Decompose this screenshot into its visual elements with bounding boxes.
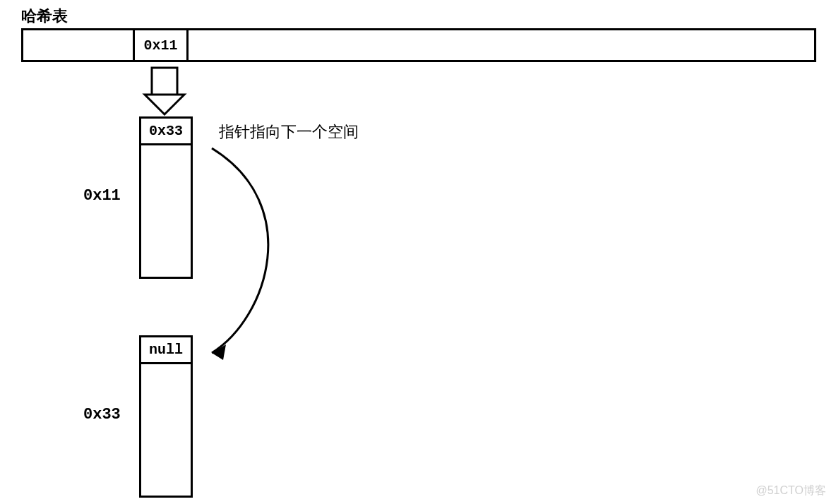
annotation-text: 指针指向下一个空间 [219,121,359,143]
node-2-pointer: null [141,337,191,364]
svg-marker-2 [145,95,184,114]
node-1-address-label: 0x11 [83,187,121,205]
hash-slot-empty [23,30,135,60]
svg-rect-1 [154,93,175,99]
hash-slot-filled: 0x11 [135,30,189,60]
node-2: null [139,335,193,498]
arrows-overlay [0,0,836,504]
svg-marker-3 [212,344,226,360]
arrow-node1-to-node2 [212,148,268,360]
watermark: @51CTO博客 [756,484,826,498]
hash-slot-rest [189,30,814,60]
node-1-pointer: 0x33 [141,119,191,145]
hash-table: 0x11 [21,28,816,62]
svg-rect-0 [152,68,177,96]
diagram-title: 哈希表 [21,6,68,27]
node-1: 0x33 [139,116,193,279]
arrow-slot-to-node1 [145,68,184,114]
node-2-address-label: 0x33 [83,406,121,424]
